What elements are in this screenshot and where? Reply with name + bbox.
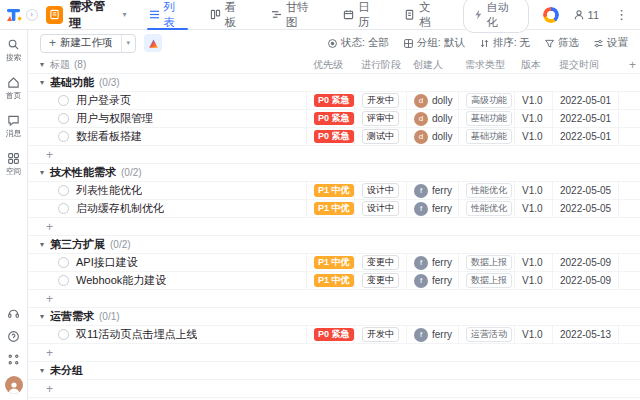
task-checkbox[interactable] xyxy=(58,131,69,142)
group-collapse-caret-icon[interactable]: ▾ xyxy=(40,312,44,321)
version-value: V1.0 xyxy=(522,95,543,106)
toolbar-status[interactable]: 状态: 全部 xyxy=(327,36,389,50)
task-checkbox[interactable] xyxy=(58,113,69,124)
task-checkbox[interactable] xyxy=(58,185,69,196)
tab-文档[interactable]: 文档 xyxy=(402,0,443,30)
group-header-row[interactable]: ▾技术性能需求(0/2) xyxy=(28,164,640,182)
add-task-button[interactable]: + xyxy=(28,344,640,361)
task-checkbox[interactable] xyxy=(58,203,69,214)
sidebar-expand-button[interactable]: › xyxy=(26,9,38,21)
row-extra-cell xyxy=(618,272,640,289)
table-row[interactable]: 列表性能优化P1 中优设计中fferry性能优化V1.02022-05-05 xyxy=(28,182,640,200)
sidebar-item-消息[interactable]: 消息 xyxy=(5,114,22,140)
group-header-row[interactable]: ▾基础功能(0/3) xyxy=(28,74,640,92)
ai-helper-button[interactable] xyxy=(144,34,162,52)
more-menu-icon[interactable]: ⋮ xyxy=(613,7,630,22)
table-row[interactable]: API接口建设P1 中优变更中fferry数据上报V1.02022-05-09 xyxy=(28,254,640,272)
group-header-row[interactable]: ▾第三方扩展(0/2) xyxy=(28,236,640,254)
group-header-row[interactable]: ▾运营需求(0/1) xyxy=(28,308,640,326)
add-task-button[interactable]: + xyxy=(28,218,640,235)
add-task-button[interactable]: + xyxy=(28,380,640,397)
creator-cell: fferry xyxy=(406,200,458,217)
tab-label: 甘特图 xyxy=(286,0,319,30)
tab-甘特图[interactable]: 甘特图 xyxy=(269,0,321,30)
task-checkbox[interactable] xyxy=(58,329,69,340)
tab-label: 文档 xyxy=(419,0,441,30)
add-task-row[interactable]: + xyxy=(28,218,640,236)
product-logo-icon[interactable] xyxy=(4,5,24,25)
sidebar-item-首页[interactable]: 首页 xyxy=(5,76,22,102)
help-icon[interactable] xyxy=(7,330,20,343)
row-extra-cell xyxy=(618,110,640,127)
toolbar-filter[interactable]: 筛选 xyxy=(544,36,579,50)
creator-avatar: f xyxy=(414,184,428,198)
creator-cell: fferry xyxy=(406,254,458,271)
user-avatar[interactable] xyxy=(5,376,23,394)
type-cell: 性能优化 xyxy=(458,200,514,217)
type-cell: 高级功能 xyxy=(458,92,514,109)
view-tabs: 列表看板甘特图日历文档 xyxy=(147,0,464,30)
add-task-row[interactable]: + xyxy=(28,344,640,362)
table-row[interactable]: 双11活动页点击埋点上线P0 紧急开发中fferry运营活动V1.02022-0… xyxy=(28,326,640,344)
toolbar-group[interactable]: 分组: 默认 xyxy=(403,36,465,50)
priority-badge: P0 紧急 xyxy=(314,94,354,107)
sidebar-item-空间[interactable]: 空间 xyxy=(5,152,22,178)
date-cell: 2022-05-05 xyxy=(552,182,618,199)
group-count: (0/2) xyxy=(110,239,131,250)
assistant-icon[interactable] xyxy=(543,7,558,23)
tab-列表[interactable]: 列表 xyxy=(147,0,188,30)
priority-cell: P1 中优 xyxy=(306,182,354,199)
group-collapse-caret-icon[interactable]: ▾ xyxy=(40,240,44,249)
add-task-row[interactable]: + xyxy=(28,146,640,164)
row-extra-cell xyxy=(618,182,640,199)
status-badge: 变更中 xyxy=(362,273,399,288)
task-checkbox[interactable] xyxy=(58,275,69,286)
type-badge: 基础功能 xyxy=(466,129,512,144)
add-column-button[interactable]: + xyxy=(618,56,640,73)
project-title[interactable]: 需求管理 xyxy=(69,0,116,32)
group-header-row[interactable]: ▾未分组 xyxy=(28,362,640,380)
view-settings: 状态: 全部分组: 默认排序: 无筛选设置 xyxy=(327,36,628,50)
project-switch-caret-icon[interactable]: ▾ xyxy=(123,10,127,19)
group-header: ▾基础功能(0/3) xyxy=(28,74,640,91)
collapse-all-caret-icon[interactable]: ▾ xyxy=(40,60,44,69)
table-row[interactable]: 数据看板搭建P0 紧急测试中ddolly基础功能V1.02022-05-01 xyxy=(28,128,640,146)
add-task-button[interactable]: + xyxy=(28,146,640,163)
priority-badge: P1 中优 xyxy=(314,256,354,269)
table-row[interactable]: Webhook能力建设P1 中优变更中fferry数据上报V1.02022-05… xyxy=(28,272,640,290)
table-row[interactable]: 用户与权限管理P0 紧急评审中ddolly基础功能V1.02022-05-01 xyxy=(28,110,640,128)
tab-日历[interactable]: 日历 xyxy=(341,0,382,30)
table-row[interactable]: 用户登录页P0 紧急开发中ddolly高级功能V1.02022-05-01 xyxy=(28,92,640,110)
toolbar-sort[interactable]: 排序: 无 xyxy=(479,36,530,50)
tab-看板[interactable]: 看板 xyxy=(208,0,249,30)
add-task-row[interactable]: + xyxy=(28,380,640,398)
status-icon xyxy=(327,38,338,49)
tab-label: 列表 xyxy=(164,0,186,30)
task-checkbox[interactable] xyxy=(58,95,69,106)
creator-avatar: f xyxy=(414,274,428,288)
task-checkbox[interactable] xyxy=(58,257,69,268)
group-collapse-caret-icon[interactable]: ▾ xyxy=(40,168,44,177)
date-value: 2022-05-05 xyxy=(560,185,611,196)
apps-icon[interactable] xyxy=(7,353,20,366)
group-title: 基础功能 xyxy=(50,75,94,90)
table-row[interactable]: 启动缓存机制优化P1 中优设计中fferry性能优化V1.02022-05-05 xyxy=(28,200,640,218)
sidebar-item-搜索[interactable]: 搜索 xyxy=(5,38,22,64)
group-icon xyxy=(403,38,414,49)
new-work-item-button[interactable]: +新建工作项 ▾ xyxy=(40,34,136,53)
add-task-button[interactable]: + xyxy=(28,290,640,307)
members-button[interactable]: 11 xyxy=(573,9,599,21)
date-value: 2022-05-05 xyxy=(560,203,611,214)
add-task-row[interactable]: + xyxy=(28,290,640,308)
group-collapse-caret-icon[interactable]: ▾ xyxy=(40,366,44,375)
support-icon[interactable] xyxy=(7,307,20,320)
version-cell: V1.0 xyxy=(514,128,552,145)
status-cell: 开发中 xyxy=(354,326,406,343)
task-title: Webhook能力建设 xyxy=(76,273,166,288)
new-item-dropdown-caret-icon[interactable]: ▾ xyxy=(121,35,136,52)
toolbar-settings[interactable]: 设置 xyxy=(593,36,628,50)
row-extra-cell xyxy=(618,92,640,109)
group-collapse-caret-icon[interactable]: ▾ xyxy=(40,78,44,87)
top-bar: › 需求管理 ▾ 列表看板甘特图日历文档 自动化 11 ⋮ xyxy=(0,0,640,30)
automation-button[interactable]: 自动化 xyxy=(463,0,529,33)
